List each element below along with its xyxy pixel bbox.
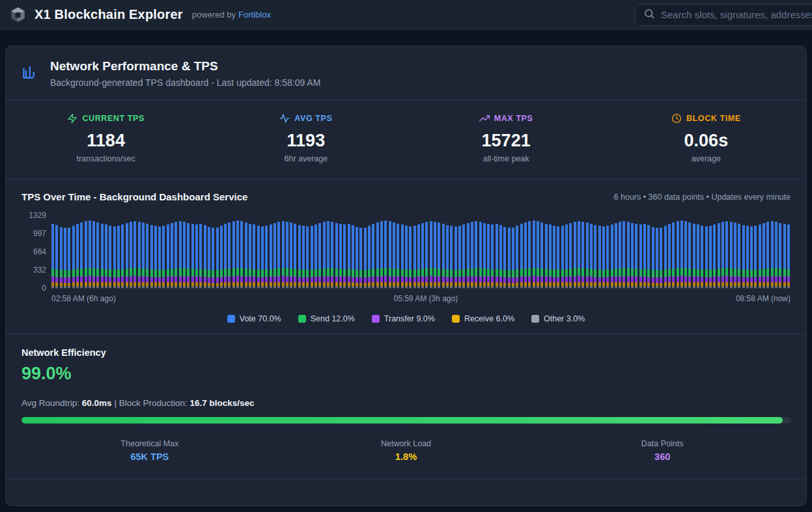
tps-bar [528, 221, 531, 288]
x-tick-label: 02:58 AM (6h ago) [51, 294, 116, 303]
stat-label: MAX TPS [494, 114, 533, 123]
tps-bar [754, 226, 757, 288]
page-subtitle: Background-generated TPS dashboard - Las… [50, 77, 320, 88]
tps-bar [195, 224, 198, 288]
tps-bar [631, 223, 634, 288]
tps-bar [191, 224, 194, 288]
tps-bar [64, 228, 66, 288]
tps-bar [471, 222, 473, 288]
home-link[interactable]: X1 Blockchain Explorer [9, 6, 183, 23]
tps-bar [557, 226, 559, 288]
tps-bar [393, 222, 395, 288]
tps-bar [167, 224, 169, 288]
stat-sub: 6hr average [206, 154, 406, 163]
search-box[interactable] [635, 4, 812, 26]
tps-bar [401, 224, 404, 288]
tps-bar [306, 226, 309, 288]
tps-bar [261, 226, 264, 288]
tps-bar [565, 224, 568, 288]
lightning-icon [67, 113, 77, 124]
footer-stat-data-points: Data Points360 [534, 439, 791, 462]
tps-bar [133, 221, 136, 288]
tps-bar [763, 223, 765, 288]
tps-bar [759, 224, 761, 288]
y-tick-label: 0 [42, 284, 46, 293]
legend-label: Vote 70.0% [240, 314, 281, 323]
tps-bar [779, 223, 781, 288]
tps-bar [553, 226, 555, 288]
footer-stat-network-load: Network Load1.8% [278, 439, 535, 462]
tps-bar [677, 221, 679, 288]
tps-bar [619, 222, 621, 288]
tps-bar [245, 222, 247, 288]
tps-bar [586, 222, 589, 288]
stat-value: 1184 [6, 131, 206, 151]
tps-bar [746, 226, 749, 288]
tps-bar [249, 224, 251, 288]
tps-bar [766, 222, 769, 288]
legend-swatch [452, 315, 460, 323]
tps-bar [343, 224, 346, 288]
tps-bar [561, 226, 564, 288]
tps-bar [232, 221, 235, 288]
tps-bar [503, 227, 506, 288]
tps-bar [462, 224, 465, 288]
trending-up-icon [479, 113, 490, 124]
footer-stat-label: Network Load [278, 439, 535, 448]
tps-bar [409, 226, 412, 288]
chart-legend: Vote 70.0%Send 12.0%Transfer 9.0%Receive… [21, 314, 791, 323]
tps-bar [660, 228, 662, 289]
tps-bar [179, 221, 182, 288]
tps-bar [286, 222, 288, 288]
tps-bar [220, 226, 223, 288]
tps-bar [709, 226, 712, 288]
tps-bar [265, 226, 268, 288]
tps-bar [730, 222, 733, 288]
tps-bar [142, 222, 145, 288]
tps-bar [311, 226, 313, 288]
legend-label: Send 12.0% [311, 314, 355, 323]
tps-bar [787, 224, 790, 288]
footer-stat-theoretical-max: Theoretical Max65K TPS [21, 439, 278, 462]
x-tick-label: 08:58 AM (now) [736, 294, 791, 303]
tps-bar [187, 223, 189, 288]
tps-bar [623, 221, 625, 288]
legend-item-transfer: Transfer 9.0% [372, 314, 435, 323]
search-icon [643, 8, 655, 22]
stat-sub: transactions/sec [6, 154, 206, 163]
tps-bar [384, 221, 387, 288]
efficiency-value: 99.0% [21, 364, 791, 384]
fortiblox-link[interactable]: Fortiblox [238, 10, 271, 20]
tps-bar [569, 223, 572, 288]
tps-bar [397, 224, 399, 288]
legend-swatch [227, 315, 235, 323]
y-tick-label: 332 [33, 265, 46, 275]
tps-bar [442, 224, 445, 288]
tps-bar [282, 221, 285, 288]
search-input[interactable] [661, 9, 812, 20]
tps-bar [126, 223, 128, 288]
tps-bar [533, 221, 535, 288]
tps-bar [479, 222, 482, 288]
stat-label: BLOCK TIME [686, 114, 741, 123]
network-performance-card: Network Performance & TPS Background-gen… [5, 46, 807, 506]
tps-bar [783, 224, 786, 288]
tps-bar [491, 224, 494, 288]
tps-bar [545, 224, 548, 288]
stat-value: 1193 [206, 131, 406, 151]
tps-bar [734, 222, 736, 288]
footer-stat-label: Data Points [534, 439, 791, 448]
tps-bar [323, 222, 326, 288]
tps-bar [537, 221, 539, 288]
tps-bar [372, 224, 374, 288]
tps-bar [212, 228, 214, 288]
tps-bar [508, 228, 511, 288]
tps-bar [680, 221, 683, 288]
tps-bar [92, 221, 95, 288]
chart-x-axis: 02:58 AM (6h ago)05:59 AM (3h ago)08:58 … [51, 294, 791, 303]
tps-bar [446, 225, 449, 288]
tps-bar [364, 228, 367, 289]
tps-bar [270, 224, 272, 288]
tps-bar [76, 224, 79, 288]
stat-block-time: BLOCK TIME0.06saverage [606, 113, 806, 163]
